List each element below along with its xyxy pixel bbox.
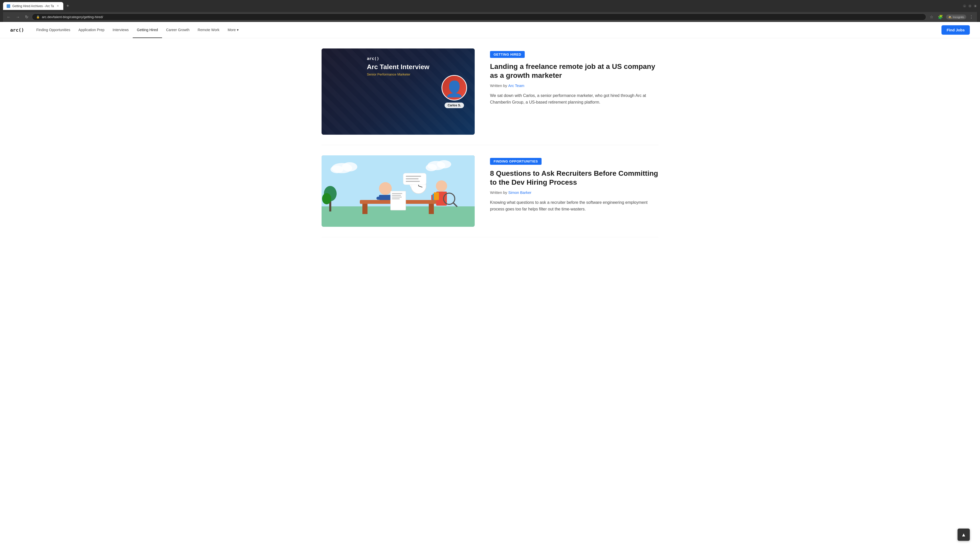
address-bar[interactable]: 🔒 arc.dev/talent-blog/category/getting-h… xyxy=(32,14,926,21)
nav-more[interactable]: More ▾ xyxy=(224,22,243,38)
svg-point-6 xyxy=(426,164,437,171)
tab-title: Getting Hired Archives - Arc Ta xyxy=(12,4,54,8)
article-excerpt-1: We sat down with Carlos, a senior perfor… xyxy=(490,92,659,106)
article-title-2[interactable]: 8 Questions to Ask Recruiters Before Com… xyxy=(490,169,659,187)
svg-rect-22 xyxy=(392,198,400,199)
card-logo: arc() xyxy=(367,56,429,61)
svg-point-5 xyxy=(437,160,451,168)
nav-interviews[interactable]: Interviews xyxy=(108,22,133,38)
nav-links: Finding Opportunities Application Prep I… xyxy=(32,22,937,38)
incognito-icon: 🕵️ xyxy=(948,15,952,19)
address-text: arc.dev/talent-blog/category/getting-hir… xyxy=(42,15,103,19)
site-logo[interactable]: arc() xyxy=(10,27,24,33)
chevron-down-icon: ▾ xyxy=(237,28,239,32)
article-image-2[interactable] xyxy=(321,156,475,227)
svg-point-2 xyxy=(342,162,357,171)
card-title: Arc Talent Interview xyxy=(367,63,429,71)
lock-icon: 🔒 xyxy=(36,15,40,19)
incognito-badge: 🕵️ Incognito xyxy=(946,14,966,19)
category-badge-1[interactable]: Getting Hired xyxy=(490,51,525,58)
window-controls: ─ □ ✕ xyxy=(963,4,977,8)
arc-talent-image: arc() Arc Talent Interview Senior Perfor… xyxy=(321,48,475,135)
nav-remote-work[interactable]: Remote Work xyxy=(194,22,224,38)
card-subtitle: Senior Performance Marketer xyxy=(367,73,429,76)
category-badge-2[interactable]: Finding Opportunities xyxy=(490,158,542,165)
close-button[interactable]: ✕ xyxy=(974,4,977,8)
article-excerpt-2: Knowing what questions to ask a recruite… xyxy=(490,199,659,213)
bookmark-button[interactable]: ☆ xyxy=(928,14,935,21)
extensions-button[interactable]: 🧩 xyxy=(936,14,945,21)
svg-rect-31 xyxy=(406,178,418,179)
avatar-silhouette: 👤 xyxy=(445,81,464,97)
svg-point-26 xyxy=(436,180,447,192)
forward-button[interactable]: → xyxy=(14,14,21,21)
maximize-button[interactable]: □ xyxy=(968,4,972,8)
svg-rect-18 xyxy=(390,191,406,210)
finding-opps-image xyxy=(321,156,475,227)
tab-favicon xyxy=(6,4,10,8)
main-content: arc() Arc Talent Interview Senior Perfor… xyxy=(311,38,669,237)
svg-rect-12 xyxy=(363,204,368,214)
written-by-label-1: Written by xyxy=(490,83,508,88)
card-avatar-area: 👤 Carlos S. xyxy=(442,75,467,108)
nav-getting-hired[interactable]: Getting Hired xyxy=(133,22,162,38)
illustration-scene xyxy=(321,156,475,227)
browser-chrome: Getting Hired Archives - Arc Ta ✕ + ─ □ … xyxy=(0,0,980,22)
svg-rect-20 xyxy=(392,195,401,196)
author-link-1[interactable]: Arc Team xyxy=(508,83,524,88)
new-tab-button[interactable]: + xyxy=(64,2,71,10)
nav-application-prep[interactable]: Application Prep xyxy=(74,22,108,38)
article-card-2: Finding Opportunities 8 Questions to Ask… xyxy=(321,145,659,237)
menu-button[interactable]: ⋮ xyxy=(968,14,975,21)
article-image-1[interactable]: arc() Arc Talent Interview Senior Perfor… xyxy=(321,48,475,135)
nav-more-label: More xyxy=(228,28,236,32)
tab-group: Getting Hired Archives - Arc Ta ✕ + xyxy=(3,2,962,10)
article-info-1: Getting Hired Landing a freelance remote… xyxy=(490,48,659,106)
svg-rect-16 xyxy=(376,197,387,200)
article-title-1[interactable]: Landing a freelance remote job at a US c… xyxy=(490,62,659,80)
nav-finding-opportunities[interactable]: Finding Opportunities xyxy=(32,22,74,38)
svg-rect-13 xyxy=(429,204,434,214)
active-tab[interactable]: Getting Hired Archives - Arc Ta ✕ xyxy=(3,2,63,10)
tab-bar: Getting Hired Archives - Arc Ta ✕ + ─ □ … xyxy=(3,2,977,10)
svg-point-10 xyxy=(322,193,331,204)
incognito-label: Incognito xyxy=(953,16,964,19)
article-author-2: Written by Simon Barker xyxy=(490,190,659,195)
author-link-2[interactable]: Simon Barker xyxy=(508,190,531,195)
written-by-label-2: Written by xyxy=(490,190,508,195)
browser-toolbar: ← → ↻ 🔒 arc.dev/talent-blog/category/get… xyxy=(3,12,977,22)
svg-rect-21 xyxy=(392,197,402,197)
refresh-button[interactable]: ↻ xyxy=(24,14,30,21)
toolbar-icons: ☆ 🧩 🕵️ Incognito ⋮ xyxy=(928,14,975,21)
article-author-1: Written by Arc Team xyxy=(490,83,659,88)
svg-rect-37 xyxy=(434,192,439,200)
find-jobs-button[interactable]: Find Jobs xyxy=(942,25,970,35)
back-button[interactable]: ← xyxy=(5,14,12,21)
tab-close-button[interactable]: ✕ xyxy=(56,4,60,8)
svg-point-3 xyxy=(331,165,343,173)
article-card: arc() Arc Talent Interview Senior Perfor… xyxy=(321,38,659,145)
site-nav: arc() Finding Opportunities Application … xyxy=(0,22,980,38)
card-name-badge: Carlos S. xyxy=(445,103,464,108)
svg-rect-19 xyxy=(392,193,402,194)
card-avatar: 👤 xyxy=(442,75,467,100)
minimize-button[interactable]: ─ xyxy=(963,4,966,8)
svg-rect-30 xyxy=(406,176,421,177)
site-content: arc() Finding Opportunities Application … xyxy=(0,22,980,237)
svg-point-14 xyxy=(379,182,392,195)
article-info-2: Finding Opportunities 8 Questions to Ask… xyxy=(490,156,659,213)
svg-rect-32 xyxy=(406,181,420,182)
nav-career-growth[interactable]: Career Growth xyxy=(162,22,194,38)
